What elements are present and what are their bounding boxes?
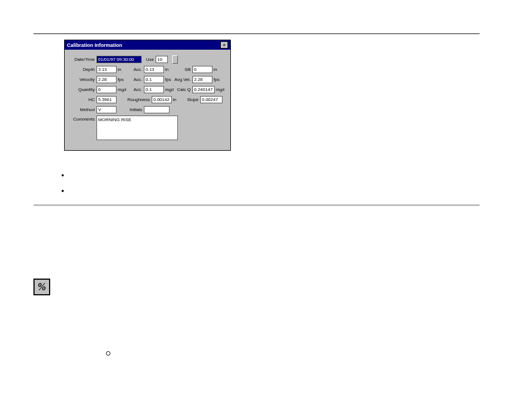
quantity-field[interactable]: 0 xyxy=(96,86,117,93)
slope-field[interactable]: 0.00247 xyxy=(200,96,223,103)
silt-label: Silt xyxy=(174,67,192,72)
close-button[interactable]: × xyxy=(220,41,228,49)
quantity-acc-unit: mgd xyxy=(164,87,174,92)
sub-bullet-item xyxy=(106,351,499,356)
silt-field[interactable]: 0 xyxy=(192,66,212,73)
velocity-unit: fps xyxy=(117,77,127,82)
top-rule xyxy=(33,33,480,34)
avgvel-field[interactable]: 2.28 xyxy=(192,76,212,83)
roughness-field[interactable]: 0.00142 xyxy=(152,96,172,103)
calcq-unit: mgd xyxy=(215,87,226,92)
velocity-acc-label: Acc. xyxy=(127,77,144,82)
avgvel-label: Avg.Vel. xyxy=(174,77,192,82)
depth-field[interactable]: 3.13 xyxy=(96,66,117,73)
depth-unit: in xyxy=(117,67,127,72)
calcq-field[interactable]: 0.240147 xyxy=(192,86,215,93)
velocity-acc-field[interactable]: 0.1 xyxy=(144,76,164,83)
dialog-title: Calibration Information xyxy=(67,42,122,48)
calibration-information-dialog: Calibration Information × Date/Time 01/0… xyxy=(64,40,231,151)
velocity-acc-unit: fps xyxy=(164,77,174,82)
quantity-acc-field[interactable]: 0.1 xyxy=(144,86,164,93)
dialog-body: Date/Time 01/01/97 09:30:00 Use 10 Depth… xyxy=(65,50,230,150)
quantity-unit: mgd xyxy=(117,87,127,92)
initials-field[interactable] xyxy=(144,106,170,113)
bullet-dot-icon: • xyxy=(61,189,64,193)
initials-label: Initials xyxy=(127,107,144,112)
depth-acc-unit: in xyxy=(164,67,174,72)
roughness-label: Roughness xyxy=(127,97,152,102)
hc-field[interactable]: 5.3961 xyxy=(96,96,117,103)
close-icon: × xyxy=(223,43,226,47)
roughness-unit: in xyxy=(172,97,182,102)
depth-label: Depth xyxy=(69,67,96,72)
bullet-list: • • xyxy=(61,173,499,193)
bullet-item: • xyxy=(61,173,499,178)
use-field[interactable]: 10 xyxy=(156,56,168,63)
silt-unit: in xyxy=(212,67,218,72)
quantity-label: Quantity xyxy=(69,87,96,92)
calcq-label: Calc Q xyxy=(174,87,192,92)
hc-label: HC xyxy=(69,97,96,102)
method-field[interactable]: V xyxy=(96,106,117,113)
comments-field[interactable]: MORNING RISE xyxy=(96,116,178,140)
percent-icon[interactable]: % xyxy=(33,279,50,295)
avgvel-unit: fps xyxy=(212,77,221,82)
velocity-label: Velocity xyxy=(69,77,96,82)
datetime-field[interactable]: 01/01/97 09:30:00 xyxy=(96,56,142,63)
bullet-item: • xyxy=(61,189,499,193)
depth-acc-field[interactable]: 0.13 xyxy=(144,66,164,73)
ring-bullet-icon xyxy=(106,351,110,356)
section-rule xyxy=(33,204,480,206)
datetime-label: Date/Time xyxy=(69,57,96,62)
method-label: Method xyxy=(69,107,96,112)
velocity-field[interactable]: 2.28 xyxy=(96,76,117,83)
slope-label: Slope xyxy=(182,97,200,102)
use-label: Use xyxy=(142,57,156,62)
depth-acc-label: Acc. xyxy=(127,67,144,72)
bullet-dot-icon: • xyxy=(61,173,64,178)
dialog-titlebar: Calibration Information × xyxy=(65,40,230,50)
comments-label: Comments xyxy=(69,116,96,122)
view-button[interactable] xyxy=(172,55,178,64)
quantity-acc-label: Acc. xyxy=(127,87,144,92)
